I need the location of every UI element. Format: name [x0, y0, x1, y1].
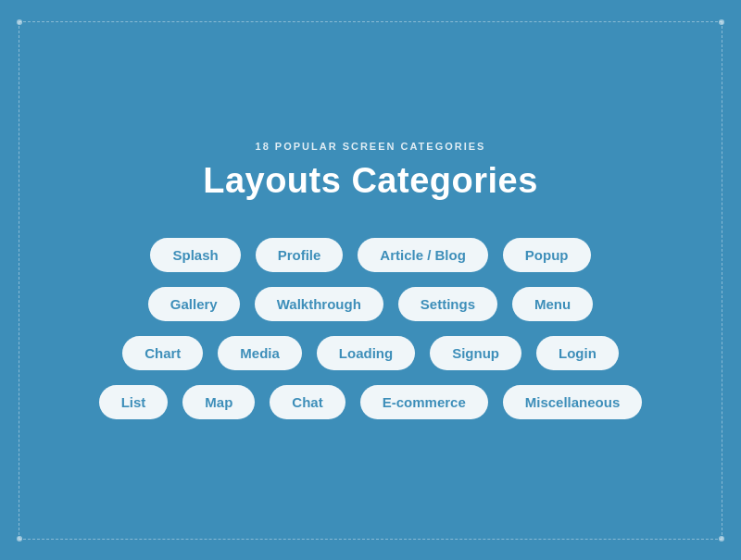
corner-dot-tr: [719, 19, 724, 25]
category-tag-e-commerce[interactable]: E-commerce: [360, 385, 488, 419]
corner-dot-bl: [17, 536, 22, 541]
page-title: Layouts Categories: [19, 161, 722, 201]
category-row-row1: SplashProfileArticle / BlogPopup: [150, 238, 590, 272]
category-tag-media[interactable]: Media: [218, 336, 302, 370]
category-tag-list[interactable]: List: [99, 385, 169, 419]
category-tag-chat[interactable]: Chat: [270, 385, 345, 419]
main-content: 18 POPULAR SCREEN CATEGORIES Layouts Cat…: [19, 141, 722, 419]
category-tag-login[interactable]: Login: [536, 336, 619, 370]
category-tag-walkthrough[interactable]: Walkthrough: [255, 287, 383, 321]
corner-dot-br: [719, 536, 724, 541]
category-tag-settings[interactable]: Settings: [398, 287, 497, 321]
page-subtitle: 18 POPULAR SCREEN CATEGORIES: [19, 141, 722, 152]
category-tag-menu[interactable]: Menu: [512, 287, 593, 321]
category-tag-popup[interactable]: Popup: [503, 238, 591, 272]
categories-grid: SplashProfileArticle / BlogPopupGalleryW…: [19, 238, 722, 419]
category-tag-profile[interactable]: Profile: [256, 238, 344, 272]
outer-border: 18 POPULAR SCREEN CATEGORIES Layouts Cat…: [19, 21, 722, 540]
corner-dot-tl: [17, 19, 22, 25]
category-tag-miscellaneous[interactable]: Miscellaneous: [503, 385, 643, 419]
category-tag-map[interactable]: Map: [182, 385, 255, 419]
category-row-row3: ChartMediaLoadingSignupLogin: [122, 336, 619, 370]
category-tag-loading[interactable]: Loading: [317, 336, 415, 370]
category-row-row4: ListMapChatE-commerceMiscellaneous: [99, 385, 643, 419]
category-tag-chart[interactable]: Chart: [122, 336, 203, 370]
category-tag-gallery[interactable]: Gallery: [148, 287, 240, 321]
category-row-row2: GalleryWalkthroughSettingsMenu: [148, 287, 593, 321]
category-tag-signup[interactable]: Signup: [430, 336, 521, 370]
category-tag-splash[interactable]: Splash: [150, 238, 240, 272]
category-tag-article-blog[interactable]: Article / Blog: [358, 238, 488, 272]
